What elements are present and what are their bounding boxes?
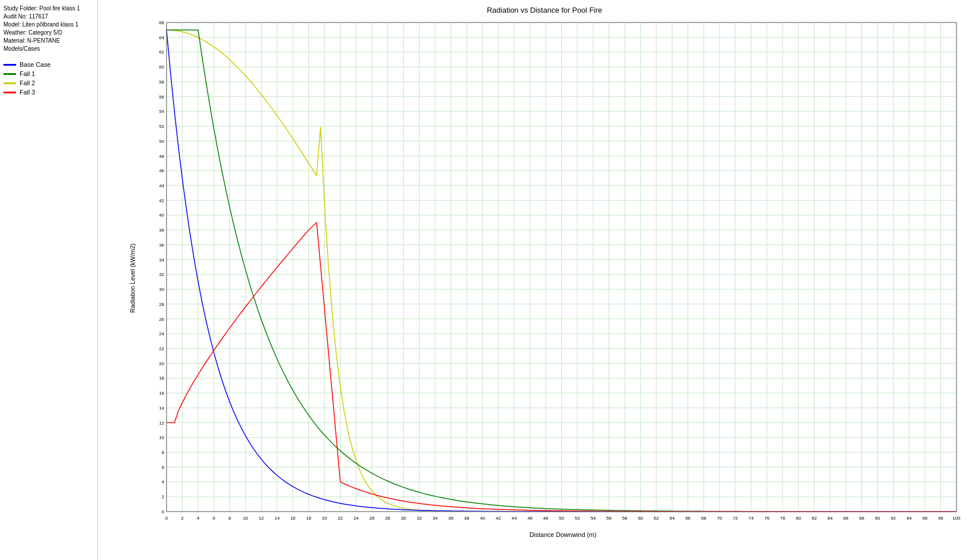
svg-text:6: 6 bbox=[213, 516, 215, 521]
svg-text:36: 36 bbox=[448, 516, 453, 521]
svg-text:88: 88 bbox=[859, 516, 864, 521]
svg-text:46: 46 bbox=[527, 516, 532, 521]
svg-text:94: 94 bbox=[906, 516, 912, 521]
svg-text:48: 48 bbox=[543, 516, 549, 521]
svg-text:66: 66 bbox=[159, 20, 164, 25]
svg-text:74: 74 bbox=[748, 516, 754, 521]
legend-color-fall1 bbox=[3, 73, 16, 75]
svg-text:30: 30 bbox=[159, 287, 164, 292]
svg-text:64: 64 bbox=[159, 35, 164, 40]
weather-label: Weather: Category 5/D bbox=[3, 29, 94, 37]
svg-text:58: 58 bbox=[622, 516, 627, 521]
svg-text:60: 60 bbox=[159, 65, 164, 70]
svg-text:14: 14 bbox=[159, 406, 164, 411]
svg-text:10: 10 bbox=[159, 435, 164, 440]
legend-color-fall3 bbox=[3, 92, 16, 93]
svg-text:26: 26 bbox=[369, 516, 375, 521]
svg-text:98: 98 bbox=[938, 516, 943, 521]
svg-text:20: 20 bbox=[322, 516, 327, 521]
svg-text:96: 96 bbox=[922, 516, 928, 521]
svg-text:44: 44 bbox=[159, 183, 164, 188]
svg-text:22: 22 bbox=[159, 346, 164, 351]
svg-text:16: 16 bbox=[159, 391, 164, 396]
svg-text:26: 26 bbox=[159, 317, 164, 322]
svg-text:24: 24 bbox=[354, 516, 359, 521]
svg-text:32: 32 bbox=[417, 516, 422, 521]
svg-text:52: 52 bbox=[159, 124, 164, 129]
svg-text:50: 50 bbox=[159, 139, 164, 144]
study-folder-label: Study Folder: Pool fire klass 1 bbox=[3, 5, 94, 13]
svg-text:46: 46 bbox=[159, 168, 164, 173]
svg-text:28: 28 bbox=[159, 302, 164, 307]
chart-svg-container: 0246810121416182022242628303234363840424… bbox=[141, 18, 962, 529]
svg-text:2: 2 bbox=[162, 494, 165, 500]
svg-text:64: 64 bbox=[670, 516, 675, 521]
svg-text:20: 20 bbox=[159, 361, 164, 366]
chart-inner: 0246810121416182022242628303234363840424… bbox=[141, 18, 962, 538]
svg-text:76: 76 bbox=[765, 516, 770, 521]
svg-text:90: 90 bbox=[875, 516, 880, 521]
svg-text:84: 84 bbox=[827, 516, 833, 521]
chart-title: Radiation vs Distance for Pool Fire bbox=[127, 6, 962, 14]
legend-label-base-case: Base Case bbox=[20, 61, 51, 68]
svg-text:0: 0 bbox=[162, 509, 165, 514]
svg-text:10: 10 bbox=[243, 516, 248, 521]
svg-text:68: 68 bbox=[701, 516, 706, 521]
x-axis-label: Distance Downwind (m) bbox=[141, 531, 962, 538]
chart-wrapper: Radiation Level (kW/m2) 0246810121416182… bbox=[127, 18, 962, 538]
material-label: Material: N-PENTANE bbox=[3, 37, 94, 45]
sidebar: Study Folder: Pool fire klass 1 Audit No… bbox=[0, 0, 98, 560]
svg-text:58: 58 bbox=[159, 80, 164, 85]
svg-text:56: 56 bbox=[606, 516, 611, 521]
svg-text:66: 66 bbox=[685, 516, 690, 521]
svg-text:22: 22 bbox=[338, 516, 343, 521]
svg-text:12: 12 bbox=[159, 421, 164, 426]
svg-text:14: 14 bbox=[274, 516, 279, 521]
svg-text:52: 52 bbox=[574, 516, 580, 521]
svg-text:36: 36 bbox=[159, 243, 164, 248]
svg-text:0: 0 bbox=[165, 516, 168, 521]
svg-text:38: 38 bbox=[464, 516, 470, 521]
svg-text:86: 86 bbox=[844, 516, 849, 521]
svg-text:32: 32 bbox=[159, 272, 164, 277]
svg-text:72: 72 bbox=[733, 516, 738, 521]
svg-text:34: 34 bbox=[433, 516, 438, 521]
audit-no-label: Audit No: 117617 bbox=[3, 13, 94, 21]
svg-text:40: 40 bbox=[480, 516, 485, 521]
svg-text:48: 48 bbox=[159, 154, 164, 159]
svg-text:4: 4 bbox=[197, 516, 200, 521]
svg-text:38: 38 bbox=[159, 228, 164, 233]
svg-text:8: 8 bbox=[228, 516, 231, 521]
svg-text:54: 54 bbox=[159, 109, 164, 114]
svg-text:6: 6 bbox=[162, 465, 165, 470]
svg-text:24: 24 bbox=[159, 331, 164, 336]
svg-text:50: 50 bbox=[559, 516, 564, 521]
svg-text:12: 12 bbox=[259, 516, 264, 521]
legend-label-fall1: Fall 1 bbox=[20, 70, 35, 77]
svg-text:82: 82 bbox=[812, 516, 817, 521]
svg-text:18: 18 bbox=[159, 376, 164, 381]
svg-text:4: 4 bbox=[162, 479, 165, 485]
legend-label-fall3: Fall 3 bbox=[20, 89, 35, 96]
svg-text:34: 34 bbox=[159, 258, 164, 263]
svg-text:78: 78 bbox=[780, 516, 785, 521]
svg-text:30: 30 bbox=[401, 516, 406, 521]
svg-text:28: 28 bbox=[385, 516, 390, 521]
svg-text:92: 92 bbox=[891, 516, 896, 521]
legend-label-fall2: Fall 2 bbox=[20, 80, 35, 86]
legend-item-fall3: Fall 3 bbox=[3, 89, 94, 96]
legend-item-fall2: Fall 2 bbox=[3, 80, 94, 86]
svg-text:100: 100 bbox=[952, 516, 961, 521]
svg-text:62: 62 bbox=[654, 516, 659, 521]
svg-text:40: 40 bbox=[159, 213, 164, 218]
svg-text:80: 80 bbox=[796, 516, 801, 521]
svg-text:70: 70 bbox=[717, 516, 722, 521]
legend-item-base-case: Base Case bbox=[3, 61, 94, 68]
chart-area: Radiation vs Distance for Pool Fire Radi… bbox=[98, 0, 968, 560]
model-label: Model: Liten põlbrand klass 1 bbox=[3, 21, 94, 29]
svg-text:42: 42 bbox=[159, 198, 164, 203]
svg-text:16: 16 bbox=[290, 516, 296, 521]
chart-svg: 0246810121416182022242628303234363840424… bbox=[141, 18, 962, 529]
svg-text:56: 56 bbox=[159, 94, 164, 100]
legend-color-fall2 bbox=[3, 82, 16, 84]
